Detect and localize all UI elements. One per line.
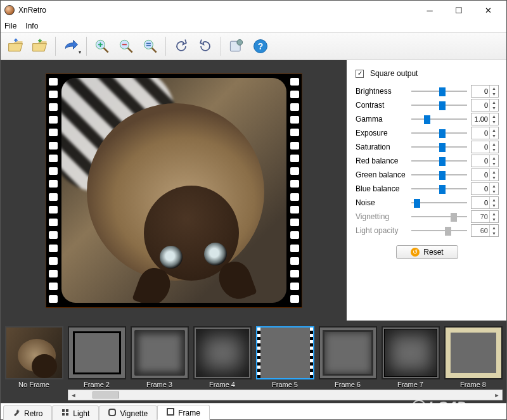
svg-rect-9	[62, 413, 65, 416]
minimize-button[interactable]: ─	[415, 1, 444, 20]
spin-exposure[interactable]: ▲▼	[471, 127, 499, 139]
slider-row-green_balance: Green balance▲▼	[356, 168, 499, 182]
frame-thumb-frame2[interactable]: Frame 2	[67, 326, 126, 388]
scroll-thumb[interactable]	[93, 391, 119, 398]
spin-down-contrast[interactable]: ▼	[490, 105, 498, 111]
slider-green_balance[interactable]	[411, 169, 467, 181]
frame-thumb-frame4[interactable]: Frame 4	[193, 326, 252, 388]
slider-label-exposure: Exposure	[356, 129, 408, 137]
spin-up-light_opacity: ▲	[490, 225, 498, 231]
spin-down-green_balance[interactable]: ▼	[490, 175, 498, 181]
spin-down-noise[interactable]: ▼	[490, 203, 498, 208]
slider-red_balance[interactable]	[411, 155, 467, 167]
slider-contrast[interactable]	[411, 99, 467, 111]
slider-noise[interactable]	[411, 197, 467, 208]
frame-thumb-frame8[interactable]: Frame 8	[444, 326, 503, 388]
svg-rect-7	[62, 409, 65, 412]
spin-up-exposure[interactable]: ▲	[490, 127, 498, 133]
square-output-checkbox[interactable]: ✓	[356, 70, 364, 78]
spin-red_balance[interactable]: ▲▼	[471, 155, 499, 167]
spin-input-exposure[interactable]	[472, 129, 489, 137]
menu-file[interactable]: File	[4, 22, 16, 30]
spin-down-exposure[interactable]: ▼	[490, 133, 498, 139]
tab-retro[interactable]: Retro	[3, 405, 52, 420]
spin-gamma[interactable]: ▲▼	[471, 113, 499, 125]
spin-input-green_balance[interactable]	[472, 170, 489, 179]
frame-thumb-frame7[interactable]: Frame 7	[381, 326, 440, 388]
menu-info[interactable]: Info	[25, 22, 38, 30]
spin-input-red_balance[interactable]	[472, 156, 489, 165]
svg-rect-11	[109, 409, 115, 416]
chevron-down-icon: ▾	[79, 49, 81, 55]
spin-noise[interactable]: ▲▼	[471, 196, 499, 209]
frame-label-frame5: Frame 5	[272, 381, 298, 388]
scroll-left-button[interactable]: ◄	[68, 392, 79, 398]
spin-input-contrast[interactable]	[472, 101, 489, 110]
spin-up-contrast[interactable]: ▲	[490, 99, 498, 105]
frame-thumb-frame5[interactable]: Frame 5	[255, 326, 314, 388]
frame-label-frame7: Frame 7	[397, 381, 423, 388]
frame-thumb-frame3[interactable]: Frame 3	[130, 326, 189, 388]
tab-vignette[interactable]: Vignette	[99, 405, 157, 420]
maximize-button[interactable]: ☐	[444, 1, 473, 20]
spin-down-blue_balance[interactable]: ▼	[490, 189, 498, 194]
spin-down-saturation[interactable]: ▼	[490, 147, 498, 153]
rotate-left-button[interactable]	[170, 35, 193, 58]
spin-up-blue_balance[interactable]: ▲	[490, 183, 498, 189]
spin-green_balance[interactable]: ▲▼	[471, 169, 499, 181]
spin-up-red_balance[interactable]: ▲	[490, 155, 498, 161]
spin-input-blue_balance[interactable]	[472, 184, 489, 193]
open-button[interactable]	[4, 35, 27, 58]
settings-button[interactable]	[225, 35, 248, 58]
share-button[interactable]: ▾	[60, 35, 82, 58]
tab-label-light: Light	[73, 409, 89, 418]
close-button[interactable]: ✕	[473, 1, 503, 20]
slider-brightness[interactable]	[411, 86, 467, 97]
adjust-panel: ✓ Square output Brightness▲▼Contrast▲▼Ga…	[347, 60, 506, 321]
spin-saturation[interactable]: ▲▼	[471, 141, 499, 153]
slider-row-vignetting: Vignetting▲▼	[356, 210, 499, 224]
slider-blue_balance[interactable]	[411, 183, 467, 194]
spin-up-green_balance[interactable]: ▲	[490, 169, 498, 175]
spin-up-noise[interactable]: ▲	[490, 197, 498, 203]
share-icon	[62, 37, 80, 55]
spin-down-gamma[interactable]: ▼	[490, 119, 498, 125]
zoom-in-button[interactable]	[91, 35, 113, 58]
slider-saturation[interactable]	[411, 141, 467, 153]
slider-gamma[interactable]	[411, 113, 467, 125]
slider-label-saturation: Saturation	[356, 143, 408, 151]
frame-label-frame2: Frame 2	[84, 381, 110, 388]
spin-blue_balance[interactable]: ▲▼	[471, 182, 499, 195]
spin-up-brightness[interactable]: ▲	[490, 86, 498, 91]
tab-frame[interactable]: Frame	[157, 405, 210, 420]
zoom-out-button[interactable]	[115, 35, 138, 58]
zoom-fit-button[interactable]	[139, 35, 162, 58]
folder-save-icon	[31, 37, 49, 55]
tab-light[interactable]: Light	[52, 405, 99, 420]
frame-thumb-frame6[interactable]: Frame 6	[318, 326, 377, 388]
spin-input-vignetting	[472, 212, 489, 221]
help-button[interactable]: ?	[249, 35, 272, 58]
spin-up-vignetting: ▲	[490, 211, 498, 217]
spin-down-brightness[interactable]: ▼	[490, 91, 498, 97]
spin-input-saturation[interactable]	[472, 143, 489, 151]
frame-thumb-noframe[interactable]: No Frame	[4, 326, 63, 388]
save-button[interactable]	[29, 35, 51, 58]
spin-input-noise[interactable]	[472, 198, 489, 207]
spin-vignetting: ▲▼	[471, 210, 499, 223]
spin-up-gamma[interactable]: ▲	[490, 113, 498, 119]
reset-button[interactable]: Reset	[396, 245, 458, 259]
spin-input-gamma[interactable]	[472, 115, 489, 124]
slider-row-noise: Noise▲▼	[356, 196, 499, 210]
spin-brightness[interactable]: ▲▼	[471, 85, 499, 98]
slider-vignetting	[411, 211, 467, 222]
toolbar-separator	[165, 37, 166, 56]
scroll-right-button[interactable]: ►	[492, 392, 502, 398]
slider-exposure[interactable]	[411, 127, 467, 139]
spin-down-red_balance[interactable]: ▼	[490, 161, 498, 167]
spin-up-saturation[interactable]: ▲	[490, 141, 498, 147]
rotate-right-button[interactable]	[194, 35, 217, 58]
spin-input-brightness[interactable]	[472, 87, 489, 96]
spin-contrast[interactable]: ▲▼	[471, 99, 499, 111]
slider-label-red_balance: Red balance	[356, 156, 408, 165]
